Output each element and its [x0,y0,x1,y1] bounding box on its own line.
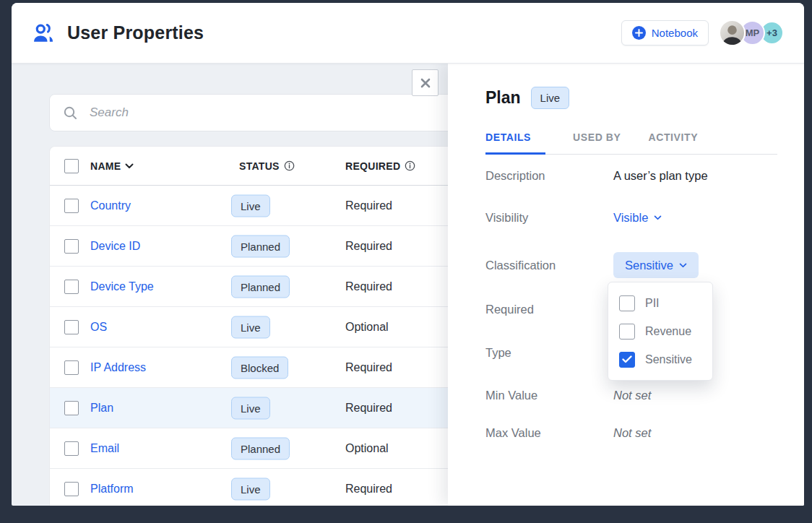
property-link[interactable]: Platform [90,483,134,496]
table-row[interactable]: OS Live Optional [50,307,454,347]
tab-activity[interactable]: ACTIVITY [649,131,699,154]
close-button[interactable] [412,69,439,96]
close-icon [420,77,431,89]
status-badge: Live [231,316,270,338]
avatar-photo[interactable] [719,20,746,46]
property-link[interactable]: Plan [90,402,113,415]
table-row[interactable]: Device ID Planned Required [50,226,454,267]
info-icon [405,160,415,171]
chevron-down-icon [654,215,662,220]
field-max-value: Max Value Not set [485,420,778,446]
status-badge: Live [231,194,270,217]
table-header-row: NAME STATUS REQUIRED [50,147,454,186]
column-header-status[interactable]: STATUS [239,160,295,172]
property-link[interactable]: IP Address [90,361,146,374]
checkbox-checked[interactable] [619,352,635,368]
property-link[interactable]: OS [90,321,107,334]
chevron-down-icon [679,263,687,268]
table-row[interactable]: IP Address Blocked Required [50,347,454,388]
detail-title: Plan [485,88,521,108]
status-badge: Planned [231,275,290,298]
column-header-name-label: NAME [90,160,121,172]
option-label: PII [645,297,660,310]
field-label: Classification [485,259,613,272]
properties-table: NAME STATUS REQUIRED [49,146,455,506]
option-label: Revenue [645,325,691,338]
visibility-value: Visible [613,211,648,225]
table-row-selected[interactable]: Plan Live Required [50,388,454,428]
field-visibility: Visibility Visible [485,204,778,230]
property-link[interactable]: Email [90,442,119,455]
search-icon [63,105,78,121]
detail-status-badge: Live [531,87,570,109]
property-link[interactable]: Device ID [90,240,140,253]
notebook-button[interactable]: Notebook [621,20,709,46]
row-checkbox[interactable] [64,441,79,456]
option-label: Sensitive [645,353,692,366]
check-icon [622,355,632,363]
required-value: Required [345,199,392,212]
required-value: Required [345,402,392,415]
tab-used-by[interactable]: USED BY [573,131,621,154]
field-min-value: Min Value Not set [485,382,778,408]
status-badge: Planned [231,235,290,257]
field-label: Description [485,169,613,183]
classification-value: Sensitive [625,259,673,272]
app-header: User Properties Notebook MP +3 [12,3,804,64]
row-checkbox[interactable] [64,280,79,294]
info-icon [284,160,295,171]
status-badge: Blocked [231,356,288,379]
row-checkbox[interactable] [64,320,79,334]
chevron-down-icon [125,163,134,169]
table-row[interactable]: Device Type Planned Required [50,267,454,307]
select-all-checkbox[interactable] [64,159,79,173]
status-badge: Live [231,397,270,419]
checkbox-unchecked[interactable] [619,295,635,311]
column-header-name[interactable]: NAME [90,160,134,172]
field-label: Type [485,346,613,360]
avatar-group: MP +3 [719,20,784,46]
users-icon [32,22,55,44]
required-value: Required [345,483,392,496]
field-value: Not set [613,389,651,402]
field-label: Required [485,303,613,316]
required-value: Required [345,280,392,293]
column-header-required[interactable]: REQUIRED [345,160,415,172]
page-title: User Properties [67,22,204,43]
required-value: Required [345,361,392,374]
property-link[interactable]: Country [90,199,131,212]
search-bar[interactable] [49,94,455,131]
notebook-button-label: Notebook [652,27,698,39]
table-row[interactable]: Country Live Required [50,186,454,226]
field-label: Visibility [485,211,613,225]
dropdown-option-pii[interactable]: PII [619,289,701,317]
required-value: Optional [345,321,389,334]
row-checkbox[interactable] [64,482,79,496]
property-link[interactable]: Device Type [90,280,154,293]
field-classification: Classification Sensitive [485,252,778,278]
app-window: User Properties Notebook MP +3 [12,3,804,506]
table-row[interactable]: Email Planned Optional [50,428,454,469]
required-value: Required [345,240,392,253]
status-badge: Live [231,477,270,500]
visibility-dropdown[interactable]: Visible [613,211,662,225]
classification-dropdown-trigger[interactable]: Sensitive [613,252,699,278]
checkbox-unchecked[interactable] [619,324,635,340]
search-input[interactable] [90,105,441,120]
column-header-required-label: REQUIRED [345,160,400,172]
table-row[interactable]: Platform Live Required [50,469,454,506]
field-label: Min Value [485,389,613,402]
dropdown-option-sensitive[interactable]: Sensitive [619,345,701,373]
field-label: Max Value [485,426,613,440]
status-badge: Planned [231,437,290,459]
tab-details[interactable]: DETAILS [485,131,545,155]
dropdown-option-revenue[interactable]: Revenue [619,317,701,345]
row-checkbox[interactable] [64,401,79,415]
classification-dropdown-menu: PII Revenue Sensitive [608,282,713,381]
field-description: Description A user’s plan type [485,163,778,189]
row-checkbox[interactable] [64,239,79,254]
row-checkbox[interactable] [64,360,79,375]
row-checkbox[interactable] [64,199,79,213]
field-value: Not set [613,426,651,440]
required-value: Optional [345,442,389,455]
